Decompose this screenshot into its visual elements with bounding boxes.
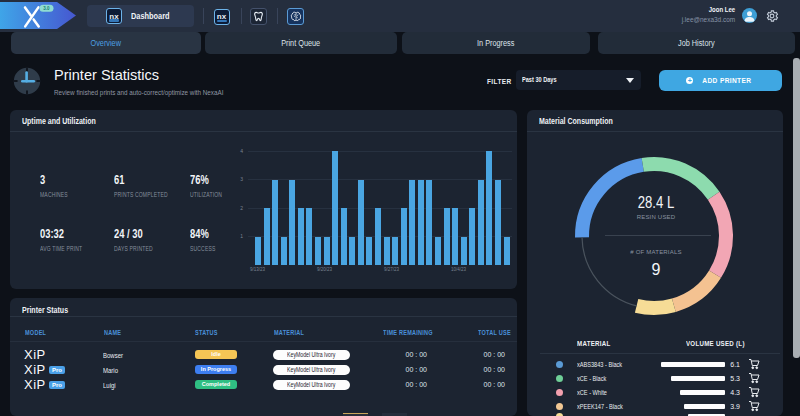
svg-text:3.0: 3.0 <box>43 6 50 11</box>
